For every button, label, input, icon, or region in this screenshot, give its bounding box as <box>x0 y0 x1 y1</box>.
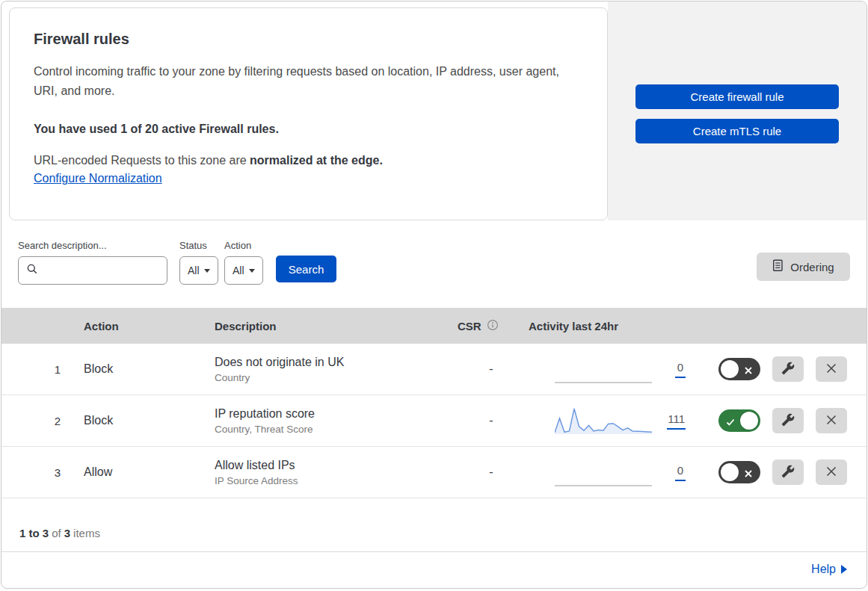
check-icon <box>726 416 735 430</box>
delete-rule-button[interactable] <box>816 408 847 433</box>
table-header-row: Action Description CSR Activity last 24h… <box>1 308 867 344</box>
x-icon <box>825 465 837 480</box>
rule-action: Allow <box>84 465 215 479</box>
rules-table: Action Description CSR Activity last 24h… <box>1 308 867 551</box>
rule-priority: 3 <box>31 466 84 479</box>
page-description: Control incoming traffic to your zone by… <box>34 62 576 101</box>
action-label: Action <box>224 240 263 251</box>
wrench-icon <box>781 362 795 377</box>
rule-description: Allow listed IPs <box>215 459 458 472</box>
search-input-wrapper <box>18 256 167 285</box>
toggle-knob <box>740 412 758 430</box>
csr-info-icon[interactable] <box>487 319 499 333</box>
column-header-action: Action <box>84 320 215 332</box>
column-header-description: Description <box>215 320 458 332</box>
help-bar: Help <box>1 551 867 586</box>
activity-sparkline <box>555 404 652 437</box>
search-label: Search description... <box>18 240 167 251</box>
x-icon <box>825 362 837 377</box>
activity-count-link[interactable]: 0 <box>675 464 686 481</box>
x-icon <box>744 468 753 481</box>
help-link[interactable]: Help <box>811 563 847 576</box>
wrench-icon <box>781 465 795 480</box>
normalization-note: URL-encoded Requests to this zone are no… <box>34 151 583 170</box>
rule-description: IP reputation score <box>215 407 458 421</box>
filter-bar: Search description... Status All Action … <box>1 220 867 308</box>
rule-csr: - <box>458 414 525 427</box>
activity-count-link[interactable]: 111 <box>667 412 686 430</box>
activity-sparkline <box>555 353 652 386</box>
items-count: 1 to 3 of 3 items <box>1 498 867 551</box>
search-icon <box>26 263 38 278</box>
page-title: Firewall rules <box>34 31 583 48</box>
chevron-down-icon <box>249 269 255 273</box>
enable-toggle[interactable] <box>718 461 760 483</box>
header-section: Create firewall rule Create mTLS rule Fi… <box>1 1 867 220</box>
rule-description: Does not originate in UK <box>215 356 458 369</box>
rule-action: Block <box>84 414 215 427</box>
create-mtls-rule-button[interactable]: Create mTLS rule <box>635 119 839 143</box>
search-input[interactable] <box>43 264 178 276</box>
table-row: 2 Block IP reputation score Country, Thr… <box>1 395 867 447</box>
configure-normalization-link[interactable]: Configure Normalization <box>34 172 162 185</box>
table-row: 3 Allow Allow listed IPs IP Source Addre… <box>1 447 867 498</box>
search-button[interactable]: Search <box>276 256 336 282</box>
arrow-right-icon <box>841 565 847 574</box>
ordering-button[interactable]: Ordering <box>757 253 850 281</box>
x-icon <box>825 414 837 428</box>
create-firewall-rule-button[interactable]: Create firewall rule <box>635 84 839 109</box>
edit-rule-button[interactable] <box>772 460 804 485</box>
chevron-down-icon <box>204 269 210 273</box>
rule-csr: - <box>458 362 525 376</box>
delete-rule-button[interactable] <box>816 356 847 382</box>
enable-toggle[interactable] <box>718 358 760 380</box>
cta-panel: Create firewall rule Create mTLS rule <box>608 1 867 220</box>
column-header-csr: CSR <box>458 320 481 332</box>
x-icon <box>744 365 753 378</box>
rule-action: Block <box>84 362 215 376</box>
edit-rule-button[interactable] <box>772 356 804 382</box>
intro-card: Firewall rules Control incoming traffic … <box>9 7 608 220</box>
activity-count-link[interactable]: 0 <box>675 361 686 378</box>
toggle-knob <box>721 360 739 378</box>
rule-criteria: Country <box>215 372 458 383</box>
table-row: 1 Block Does not originate in UK Country… <box>1 344 867 395</box>
rule-criteria: Country, Threat Score <box>215 424 458 435</box>
status-label: Status <box>179 240 218 251</box>
action-dropdown[interactable]: All <box>224 256 263 285</box>
edit-rule-button[interactable] <box>772 408 804 433</box>
status-dropdown[interactable]: All <box>179 256 218 285</box>
activity-sparkline <box>555 456 652 489</box>
rule-priority: 1 <box>31 363 84 376</box>
delete-rule-button[interactable] <box>816 460 847 485</box>
usage-summary: You have used 1 of 20 active Firewall ru… <box>34 123 583 136</box>
rule-csr: - <box>458 465 525 479</box>
firewall-rules-page: Create firewall rule Create mTLS rule Fi… <box>1 1 867 589</box>
toggle-knob <box>721 463 739 481</box>
list-icon <box>772 259 784 274</box>
rule-priority: 2 <box>31 415 84 427</box>
rule-criteria: IP Source Address <box>215 475 458 486</box>
column-header-activity: Activity last 24hr <box>525 320 715 332</box>
wrench-icon <box>781 413 795 429</box>
enable-toggle[interactable] <box>718 409 760 432</box>
